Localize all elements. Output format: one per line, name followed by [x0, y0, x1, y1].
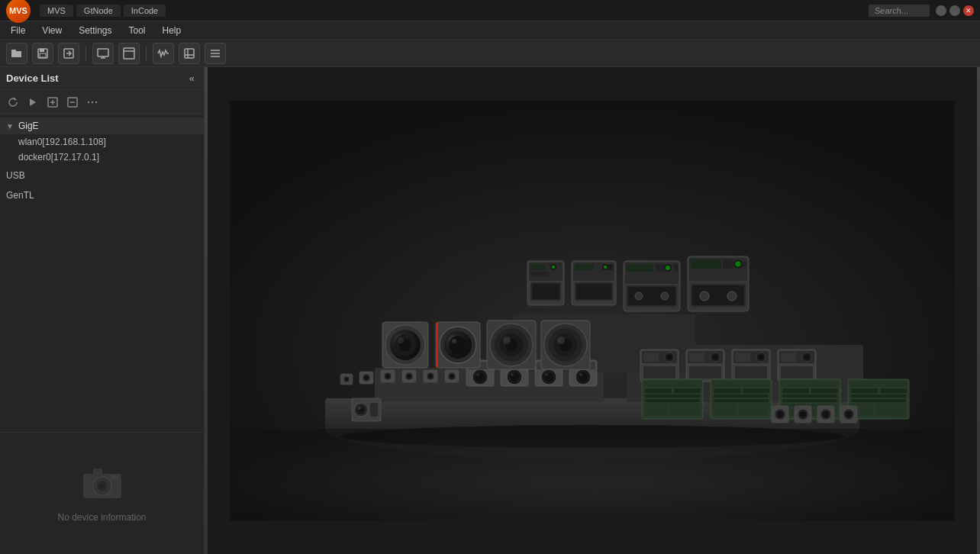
title-bar-left: MVS MVS GtNode InCode — [6, 0, 166, 23]
svg-rect-170 — [576, 284, 611, 299]
sidebar-header: Device List « — [0, 67, 204, 90]
svg-rect-126 — [674, 388, 701, 393]
svg-rect-144 — [782, 399, 837, 402]
svg-point-121 — [804, 355, 809, 359]
usb-label: USB — [6, 170, 25, 181]
svg-point-45 — [386, 375, 390, 378]
sidebar-title: Device List — [6, 72, 59, 84]
svg-rect-2 — [40, 53, 46, 57]
svg-point-85 — [449, 336, 467, 354]
tree-item-docker0[interactable]: docker0[172.17.0.1] — [0, 150, 204, 165]
svg-rect-173 — [627, 264, 653, 272]
title-bar-right: Search... — □ ✕ — [869, 5, 974, 17]
tree-group-header-gige[interactable]: ▼ GigE — [0, 118, 204, 134]
menu-tool[interactable]: Tool — [121, 24, 153, 37]
svg-rect-154 — [875, 404, 906, 416]
tree-root-gentl[interactable]: GenTL — [0, 186, 204, 205]
svg-rect-101 — [643, 353, 659, 362]
svg-rect-141 — [782, 388, 809, 393]
svg-point-92 — [503, 337, 511, 344]
svg-point-80 — [398, 337, 404, 343]
refresh-btn[interactable] — [5, 94, 21, 111]
svg-rect-151 — [851, 395, 906, 398]
wave-btn[interactable] — [153, 43, 174, 64]
add-group-btn[interactable] — [44, 94, 61, 111]
svg-rect-8 — [124, 48, 134, 59]
open-file-btn[interactable] — [6, 43, 27, 64]
title-bar-tabs: MVS GtNode InCode — [40, 5, 166, 17]
svg-rect-149 — [851, 388, 878, 393]
svg-rect-177 — [674, 264, 678, 272]
chart-btn[interactable] — [179, 43, 200, 64]
maximize-btn[interactable]: □ — [949, 5, 960, 16]
svg-point-210 — [358, 407, 361, 410]
svg-rect-140 — [781, 381, 839, 387]
svg-point-59 — [476, 373, 479, 376]
svg-rect-124 — [643, 381, 701, 387]
toolbar — [0, 40, 980, 67]
tab-mvs[interactable]: MVS — [40, 5, 73, 17]
svg-point-201 — [823, 411, 829, 417]
svg-rect-135 — [714, 395, 769, 398]
svg-point-23 — [92, 101, 93, 102]
svg-point-198 — [800, 411, 806, 417]
svg-point-191 — [700, 291, 709, 301]
svg-rect-82 — [436, 322, 438, 368]
svg-point-98 — [557, 337, 565, 344]
svg-rect-143 — [782, 395, 837, 398]
save-btn[interactable] — [32, 43, 53, 64]
svg-rect-160 — [530, 272, 549, 276]
svg-rect-113 — [735, 353, 750, 362]
svg-rect-1 — [40, 49, 44, 52]
gige-arrow: ▼ — [6, 122, 14, 130]
menu-help[interactable]: Help — [155, 24, 189, 37]
svg-rect-138 — [738, 404, 769, 416]
svg-point-64 — [511, 373, 514, 376]
menu-settings[interactable]: Settings — [71, 24, 119, 37]
sep1 — [85, 46, 86, 61]
svg-point-109 — [713, 355, 717, 359]
menu-file[interactable]: File — [3, 24, 33, 37]
tab-gtnode[interactable]: GtNode — [76, 5, 121, 17]
svg-rect-185 — [723, 259, 733, 269]
play-btn[interactable] — [24, 94, 41, 111]
svg-rect-184 — [691, 259, 721, 269]
remove-device-btn[interactable] — [64, 94, 81, 111]
menu-view[interactable]: View — [34, 24, 69, 37]
more-options-btn[interactable] — [84, 94, 101, 111]
svg-rect-136 — [714, 399, 769, 402]
svg-point-188 — [742, 262, 746, 266]
close-btn[interactable]: ✕ — [963, 5, 974, 16]
title-search[interactable]: Search... — [869, 5, 930, 17]
svg-point-86 — [452, 339, 456, 343]
svg-point-180 — [635, 292, 643, 300]
svg-point-176 — [666, 266, 670, 270]
tree-item-wlan0[interactable]: wlan0[192.168.1.108] — [0, 134, 204, 150]
tree-group-gentl: GenTL — [0, 186, 204, 205]
svg-rect-152 — [851, 399, 906, 402]
svg-point-39 — [345, 378, 348, 381]
camera-showcase — [205, 67, 980, 554]
sidebar: Device List « — [0, 67, 205, 554]
svg-point-28 — [99, 483, 105, 489]
sidebar-collapse-btn[interactable]: « — [186, 71, 198, 85]
svg-rect-134 — [743, 388, 769, 393]
svg-rect-122 — [781, 366, 813, 378]
svg-point-48 — [408, 375, 411, 378]
display-btn[interactable] — [92, 43, 114, 64]
svg-rect-129 — [645, 404, 668, 416]
svg-point-74 — [579, 373, 582, 376]
svg-rect-133 — [714, 388, 740, 393]
svg-rect-130 — [669, 404, 700, 416]
list-btn[interactable] — [205, 43, 226, 64]
svg-rect-148 — [849, 381, 907, 387]
svg-rect-132 — [712, 381, 770, 387]
tree-root-usb[interactable]: USB — [0, 166, 204, 185]
minimize-btn[interactable]: — — [936, 5, 946, 16]
export-btn[interactable] — [58, 43, 79, 64]
tab-incode[interactable]: InCode — [124, 5, 166, 17]
svg-rect-5 — [98, 49, 108, 56]
window-btn[interactable] — [118, 43, 140, 64]
main-layout: Device List « — [0, 67, 980, 554]
svg-rect-10 — [185, 49, 194, 58]
